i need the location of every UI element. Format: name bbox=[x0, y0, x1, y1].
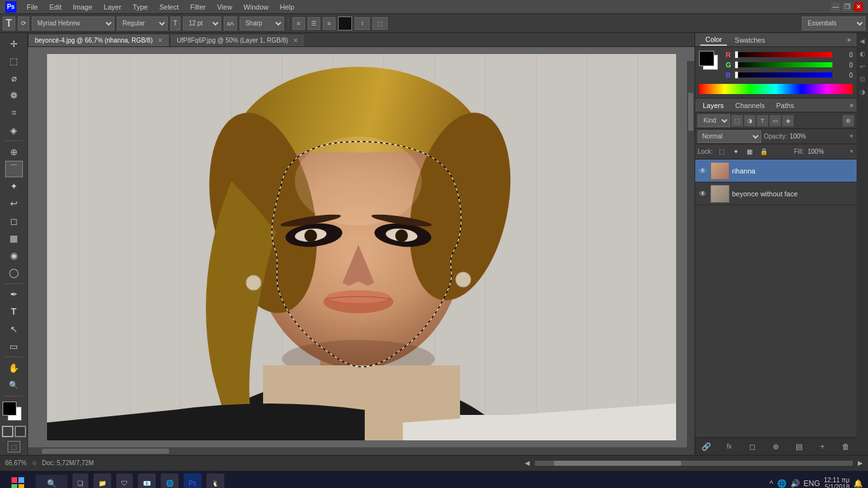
lasso-tool[interactable]: ⌀ bbox=[5, 70, 23, 86]
menu-view[interactable]: View bbox=[212, 2, 238, 12]
canvas-vscroll-thumb[interactable] bbox=[688, 93, 693, 131]
tab-channels[interactable]: Channels bbox=[730, 100, 770, 111]
warp-text-btn[interactable]: ⌇ bbox=[355, 17, 370, 30]
layer-item-rihanna[interactable]: 👁 rihanna bbox=[695, 159, 857, 182]
minimize-button[interactable]: — bbox=[831, 3, 840, 11]
add-layer-style-btn[interactable]: fx bbox=[724, 441, 735, 452]
lang-indicator[interactable]: ENG bbox=[804, 479, 820, 488]
dodge-tool[interactable]: ◯ bbox=[5, 265, 23, 281]
taskbar-other[interactable]: 🐧 bbox=[207, 473, 224, 489]
tab-beyonce-close[interactable]: ✕ bbox=[158, 37, 163, 44]
color-spectrum-bar[interactable] bbox=[699, 84, 853, 94]
h-scroll-track[interactable] bbox=[535, 461, 853, 466]
new-layer-btn[interactable]: + bbox=[817, 441, 828, 452]
kind-filter-select[interactable]: Kind bbox=[698, 114, 730, 127]
crop-tool[interactable]: ⌗ bbox=[5, 105, 23, 121]
blend-mode-select[interactable]: Normal bbox=[698, 130, 761, 143]
history-brush-tool[interactable]: ↩ bbox=[5, 196, 23, 212]
taskbar-chrome[interactable]: 🌐 bbox=[161, 473, 179, 489]
text-color-swatch[interactable] bbox=[338, 17, 352, 30]
close-button[interactable]: ✕ bbox=[854, 3, 863, 11]
shape-tool[interactable]: ▭ bbox=[5, 338, 23, 354]
network-icon[interactable]: 🌐 bbox=[777, 479, 787, 488]
taskbar-explorer[interactable]: 📁 bbox=[93, 473, 111, 489]
eraser-tool[interactable]: ◻ bbox=[5, 213, 23, 229]
foreground-color-swatch[interactable] bbox=[3, 402, 17, 416]
r-slider[interactable] bbox=[735, 52, 832, 57]
layers-panel-menu[interactable]: ▶ bbox=[850, 102, 854, 108]
pen-tool[interactable]: ✒ bbox=[5, 287, 23, 302]
canvas-hscroll-thumb[interactable] bbox=[42, 449, 169, 454]
new-adjustment-btn[interactable]: ⊕ bbox=[770, 441, 782, 452]
gradient-tool[interactable]: ▦ bbox=[5, 230, 23, 246]
taskbar-security[interactable]: 🛡 bbox=[116, 473, 133, 489]
collapse-panel-btn[interactable]: ◀ bbox=[857, 36, 867, 46]
color-icon-btn[interactable]: ◐ bbox=[857, 48, 867, 58]
lock-position-btn[interactable]: ✦ bbox=[731, 147, 741, 157]
menu-layer[interactable]: Layer bbox=[98, 2, 126, 12]
menu-edit[interactable]: Edit bbox=[44, 2, 67, 12]
lock-all-btn[interactable]: 🔒 bbox=[759, 147, 769, 157]
adj-filter-btn[interactable]: ◑ bbox=[744, 115, 756, 126]
char-panel-btn[interactable]: ⬚ bbox=[372, 17, 388, 30]
canvas-viewport[interactable] bbox=[28, 47, 695, 447]
path-select-tool[interactable]: ↖ bbox=[5, 321, 23, 337]
h-scroll-thumb[interactable] bbox=[554, 461, 681, 466]
menu-filter[interactable]: Filter bbox=[185, 2, 210, 12]
marquee-tool[interactable]: ⬚ bbox=[5, 53, 23, 69]
pixel-filter-btn[interactable]: ⬚ bbox=[731, 115, 743, 126]
hand-tool[interactable]: ✋ bbox=[5, 360, 23, 376]
sound-icon[interactable]: 🔊 bbox=[790, 479, 800, 488]
color-panel-menu[interactable]: ▶ bbox=[848, 37, 851, 43]
clock[interactable]: 12:11 πμ 5/1/2018 bbox=[824, 477, 850, 489]
opacity-expand[interactable]: ▼ bbox=[849, 133, 854, 139]
tab-beyonce[interactable]: beyoncé-4.jpg @ 66,7% (rihanna, RGB/8) ✕ bbox=[28, 34, 170, 46]
menu-select[interactable]: Select bbox=[154, 2, 184, 12]
layer-visibility-rihanna[interactable]: 👁 bbox=[698, 166, 708, 176]
document-canvas[interactable] bbox=[47, 54, 676, 440]
smart-filter-btn[interactable]: ◈ bbox=[782, 115, 794, 126]
menu-window[interactable]: Window bbox=[238, 2, 273, 12]
quick-mask-btn[interactable] bbox=[15, 426, 26, 437]
history-icon-btn[interactable]: ↩ bbox=[857, 61, 867, 71]
type-filter-btn[interactable]: T bbox=[757, 115, 768, 126]
fg-color-preview[interactable] bbox=[699, 51, 714, 66]
tab-color[interactable]: Color bbox=[700, 34, 727, 46]
opacity-value[interactable]: 100% bbox=[790, 133, 806, 140]
navigator-left-btn[interactable]: ◀ bbox=[525, 459, 530, 466]
clone-stamp-tool[interactable]: ✦ bbox=[5, 179, 23, 194]
type-orient-btn[interactable]: ⟳ bbox=[18, 17, 29, 30]
font-family-select[interactable]: Myriad Hebrew bbox=[32, 17, 114, 30]
zoom-tool[interactable]: 🔍 bbox=[5, 377, 23, 393]
anti-alias-select[interactable]: Sharp bbox=[240, 17, 284, 30]
fill-expand[interactable]: ▼ bbox=[849, 149, 854, 154]
new-group-btn[interactable]: ▤ bbox=[794, 441, 805, 452]
align-right-btn[interactable]: ≡ bbox=[323, 17, 336, 30]
screen-mode-btn[interactable]: ⬚ bbox=[8, 441, 20, 452]
brush-tool[interactable]: ⌒ bbox=[5, 161, 23, 177]
tray-expand-icon[interactable]: ^ bbox=[770, 479, 773, 488]
notification-icon[interactable]: 🔔 bbox=[853, 479, 863, 488]
r-thumb[interactable] bbox=[735, 51, 738, 58]
menu-file[interactable]: File bbox=[22, 2, 43, 12]
tab-ufp8[interactable]: UfP8Fq6P.jpg @ 50% (Layer 1, RGB/8) ✕ bbox=[170, 34, 305, 46]
toggle-aa[interactable]: aA bbox=[224, 17, 237, 30]
move-tool[interactable]: ✛ bbox=[5, 36, 23, 51]
workspace-select[interactable]: Essentials bbox=[802, 17, 865, 30]
properties-icon-btn[interactable]: ⊡ bbox=[857, 74, 867, 84]
normal-mode-btn[interactable] bbox=[2, 426, 13, 437]
fill-value[interactable]: 100% bbox=[808, 148, 824, 155]
menu-image[interactable]: Image bbox=[68, 2, 98, 12]
spot-heal-tool[interactable]: ⊕ bbox=[5, 144, 23, 159]
g-thumb[interactable] bbox=[735, 61, 738, 69]
font-style-select[interactable]: Regular bbox=[117, 17, 168, 30]
align-left-btn[interactable]: ≡ bbox=[292, 17, 305, 30]
adj-icon-btn[interactable]: ◑ bbox=[857, 86, 867, 97]
taskbar-mail[interactable]: 📧 bbox=[138, 473, 156, 489]
font-size-select[interactable]: 12 pt bbox=[183, 17, 221, 30]
delete-layer-btn[interactable]: 🗑 bbox=[840, 441, 851, 452]
quick-select-tool[interactable]: ❁ bbox=[5, 88, 23, 104]
add-mask-btn[interactable]: ◻ bbox=[747, 441, 758, 452]
tab-layers[interactable]: Layers bbox=[698, 100, 729, 111]
start-button[interactable] bbox=[5, 473, 31, 489]
